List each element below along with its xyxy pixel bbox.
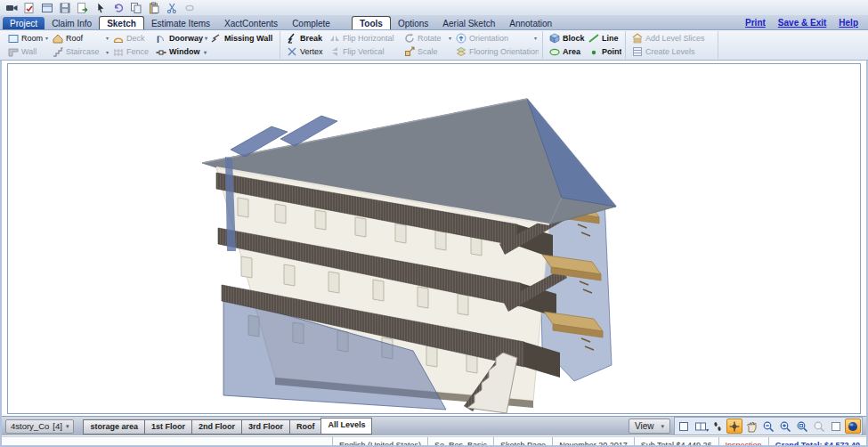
ribbon-button-wall[interactable]: Wall [5, 45, 50, 59]
link-print[interactable]: Print [745, 18, 766, 28]
ribbon-button-flooring-orientation[interactable]: Flooring Orientation [453, 45, 539, 59]
fence-icon [112, 45, 125, 58]
zoom-fit-button[interactable] [794, 419, 810, 434]
ribbon-button-doorway[interactable]: Doorway▾ [153, 31, 208, 45]
tab-project[interactable]: Project [3, 17, 45, 29]
deck-icon [112, 32, 125, 45]
ribbon-button-create-levels[interactable]: Create Levels [629, 45, 714, 59]
ribbon-button-area[interactable]: Area [547, 45, 586, 59]
hand-button[interactable] [743, 419, 759, 434]
camera-icon[interactable] [4, 1, 19, 14]
ribbon-button-room[interactable]: Room▾ [5, 31, 50, 45]
view-menu-button[interactable]: View ▾ [629, 419, 670, 434]
ribbon-button-rotate[interactable]: Rotate▾ [402, 31, 453, 45]
orientation-icon [455, 32, 467, 45]
staircase-icon [52, 45, 64, 58]
sketch-page-selector[interactable]: 4story_Co [4] ▾ [5, 419, 74, 434]
status-sketch-page: Sketch Page [493, 437, 552, 445]
disabled-oval-icon[interactable] [182, 1, 197, 14]
level-tab-roof[interactable]: Roof [289, 419, 321, 435]
square-button[interactable] [676, 419, 692, 434]
ribbon-group-4: Add Level SlicesCreate Levels [626, 31, 718, 59]
ribbon-label-flip-horizontal: Flip Horizontal [343, 34, 394, 43]
ribbon-label-vertex: Vertex [300, 47, 323, 56]
status-so-res-basic: So. Res. Basic [427, 437, 493, 445]
ribbon-label-wall: Wall [21, 47, 37, 56]
paste-icon[interactable] [146, 1, 161, 14]
tab-complete[interactable]: Complete [285, 17, 337, 29]
scale-icon [403, 45, 416, 58]
tab-estimate-items[interactable]: Estimate Items [144, 17, 217, 29]
zoom-in-button[interactable] [777, 419, 793, 434]
level-tab-all-levels[interactable]: All Levels [320, 418, 372, 435]
walk-button[interactable] [710, 419, 726, 434]
level-bar: 4story_Co [4] ▾ storage area1st Floor2nd… [2, 416, 866, 435]
tab-strip: ProjectClaim InfoSketchEstimate ItemsXac… [0, 15, 868, 30]
ribbon-button-vertex[interactable]: Vertex [284, 45, 327, 59]
ribbon-button-flip-horizontal[interactable]: Flip Horizontal [327, 31, 402, 45]
export-icon[interactable] [75, 1, 90, 14]
subtab-annotation[interactable]: Annotation [502, 17, 559, 29]
create-levels-icon [631, 45, 644, 58]
status-bar: English (United States)So. Res. BasicSke… [2, 436, 866, 445]
ribbon-button-roof[interactable]: Roof▾ [50, 31, 110, 45]
undo-icon[interactable] [110, 1, 126, 14]
tab-sketch[interactable]: Sketch [99, 16, 144, 29]
sketch-3d-canvas[interactable] [7, 63, 861, 414]
app-window-icon[interactable] [39, 1, 54, 14]
doorway-icon [155, 32, 167, 45]
status-sub-total-4-449-26: Sub Total $4,449.26 [634, 437, 718, 445]
ribbon-label-doorway: Doorway [169, 34, 203, 43]
ribbon-label-orientation: Orientation [469, 34, 508, 43]
copy-icon[interactable] [128, 1, 143, 14]
ribbon-button-add-level-slices[interactable]: Add Level Slices [629, 31, 714, 45]
link-save-exit[interactable]: Save & Exit [778, 18, 826, 28]
ribbon-button-missing-wall[interactable]: Missing Wall [208, 31, 276, 45]
ribbon-group-1: Room▾Roof▾DeckDoorway▾Missing WallWallSt… [2, 31, 280, 59]
ribbon-button-point[interactable]: Point [586, 45, 621, 59]
crosshair-button[interactable] [726, 419, 742, 434]
break-icon [286, 32, 298, 45]
app-window: ProjectClaim InfoSketchEstimate ItemsXac… [0, 0, 868, 447]
level-tab-2nd-floor[interactable]: 2nd Floor [191, 419, 241, 435]
ribbon-button-break[interactable]: Break [284, 31, 327, 45]
save-icon[interactable] [57, 1, 72, 14]
ribbon-button-block[interactable]: Block [547, 31, 586, 45]
subtab-tools[interactable]: Tools [352, 16, 391, 29]
ribbon-button-scale[interactable]: Scale [402, 45, 453, 59]
chevron-down-icon: ▾ [449, 35, 451, 41]
level-tab-3rd-floor[interactable]: 3rd Floor [241, 419, 289, 435]
subtab-aerial-sketch[interactable]: Aerial Sketch [435, 17, 502, 29]
level-tab-1st-floor[interactable]: 1st Floor [144, 419, 191, 435]
level-tab-storage-area[interactable]: storage area [83, 419, 144, 435]
ribbon-button-flip-vertical[interactable]: Flip Vertical [327, 45, 402, 59]
split-button[interactable]: ▾ [693, 419, 709, 434]
chevron-down-icon: ▾ [66, 423, 69, 430]
ribbon-label-fence: Fence [126, 47, 149, 56]
tab-claim-info[interactable]: Claim Info [45, 17, 99, 29]
doc-check-icon[interactable] [21, 1, 37, 14]
ribbon-label-add-level-slices: Add Level Slices [645, 34, 705, 43]
checkbox-button[interactable] [828, 419, 844, 434]
tab-xactcontents[interactable]: XactContents [217, 17, 285, 29]
subtab-options[interactable]: Options [391, 17, 435, 29]
cursor-icon[interactable] [93, 1, 108, 14]
level-tabs: storage area1st Floor2nd Floor3rd FloorR… [83, 418, 372, 435]
zoom-out-button[interactable] [760, 419, 776, 434]
link-help[interactable]: Help [839, 18, 858, 28]
ribbon-button-window[interactable]: Window▾ [153, 45, 208, 59]
flooring-orientation-icon [455, 45, 467, 58]
status-spacer [2, 437, 332, 445]
zoom-window-button[interactable] [811, 419, 827, 434]
ribbon-group-3: BlockLineAreaPoint [543, 31, 626, 59]
ribbon-label-flooring-orientation: Flooring Orientation [469, 47, 539, 56]
ribbon-button-staircase[interactable]: Staircase▾ [50, 45, 110, 59]
cut-icon[interactable] [164, 1, 179, 14]
ribbon-button-deck[interactable]: Deck [110, 31, 153, 45]
ribbon-group-2: BreakFlip HorizontalRotate▾Orientation▾V… [280, 31, 543, 59]
ribbon-button-orientation[interactable]: Orientation▾ [453, 31, 539, 45]
orbit-sphere-button[interactable] [845, 419, 861, 434]
sketch-page-name: 4story_Co [11, 421, 49, 431]
ribbon-button-fence[interactable]: Fence [110, 45, 153, 59]
ribbon-button-line[interactable]: Line [586, 31, 621, 45]
